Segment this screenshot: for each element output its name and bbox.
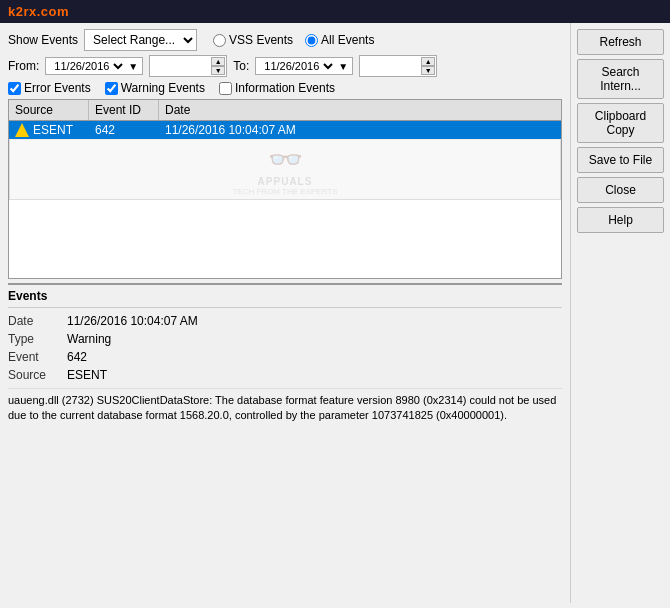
- from-time-spinner: ▲ ▼: [211, 57, 225, 75]
- show-events-label: Show Events: [8, 33, 78, 47]
- from-date-select[interactable]: 11/26/2016: [50, 59, 126, 73]
- left-panel: Show Events Select Range... Last Hour La…: [0, 23, 570, 603]
- appuals-watermark-area: 👓 APPUALS TECH FROM THE EXPERTS: [9, 140, 561, 200]
- to-time-spinner: ▲ ▼: [421, 57, 435, 75]
- event-description: uaueng.dll (2732) SUS20ClientDataStore: …: [8, 388, 562, 424]
- event-details-section: Events Date 11/26/2016 10:04:07 AM Type …: [8, 283, 562, 428]
- to-date-dropdown-arrow: ▼: [338, 61, 348, 72]
- detail-source-value: ESENT: [67, 366, 107, 384]
- detail-date-value: 11/26/2016 10:04:07 AM: [67, 312, 198, 330]
- detail-event-value: 642: [67, 348, 87, 366]
- from-time-down[interactable]: ▼: [211, 66, 225, 75]
- cell-source: ESENT: [9, 121, 89, 139]
- right-panel: Refresh Search Intern... Clipboard Copy …: [570, 23, 670, 603]
- all-events-radio[interactable]: [305, 34, 318, 47]
- refresh-button[interactable]: Refresh: [577, 29, 664, 55]
- to-time-field[interactable]: 6:26:46 A: [361, 59, 421, 73]
- search-internet-button[interactable]: Search Intern...: [577, 59, 664, 99]
- table-header: Source Event ID Date: [9, 100, 561, 121]
- to-time-down[interactable]: ▼: [421, 66, 435, 75]
- detail-date-row: Date 11/26/2016 10:04:07 AM: [8, 312, 562, 330]
- from-time-up[interactable]: ▲: [211, 57, 225, 66]
- all-events-radio-label[interactable]: All Events: [305, 33, 374, 47]
- cell-eventid: 642: [89, 121, 159, 139]
- information-events-checkbox[interactable]: [219, 82, 232, 95]
- col-header-eventid[interactable]: Event ID: [89, 100, 159, 120]
- to-time-up[interactable]: ▲: [421, 57, 435, 66]
- datetime-row: From: 11/26/2016 ▼ 4:57:14 A ▲ ▼ To: 11/…: [8, 55, 562, 77]
- to-label: To:: [233, 59, 249, 73]
- detail-event-row: Event 642: [8, 348, 562, 366]
- clipboard-copy-button[interactable]: Clipboard Copy: [577, 103, 664, 143]
- from-time-field[interactable]: 4:57:14 A: [151, 59, 211, 73]
- to-time-input[interactable]: 6:26:46 A ▲ ▼: [359, 55, 437, 77]
- help-button[interactable]: Help: [577, 207, 664, 233]
- detail-source-label: Source: [8, 366, 63, 384]
- from-date-input[interactable]: 11/26/2016 ▼: [45, 57, 143, 75]
- to-date-input[interactable]: 11/26/2016 ▼: [255, 57, 353, 75]
- vss-events-radio[interactable]: [213, 34, 226, 47]
- detail-type-row: Type Warning: [8, 330, 562, 348]
- warning-events-checkbox-label[interactable]: Warning Events: [105, 81, 205, 95]
- error-events-checkbox[interactable]: [8, 82, 21, 95]
- table-body: ESENT 642 11/26/2016 10:04:07 AM: [9, 121, 561, 140]
- close-button[interactable]: Close: [577, 177, 664, 203]
- error-events-checkbox-label[interactable]: Error Events: [8, 81, 91, 95]
- detail-date-label: Date: [8, 312, 63, 330]
- col-header-date[interactable]: Date: [159, 100, 561, 120]
- warning-events-checkbox[interactable]: [105, 82, 118, 95]
- watermark-bar: k2rx.com: [0, 0, 670, 23]
- save-to-file-button[interactable]: Save to File: [577, 147, 664, 173]
- divider: [8, 307, 562, 308]
- select-range-dropdown[interactable]: Select Range... Last Hour Last Day Last …: [84, 29, 197, 51]
- from-time-input[interactable]: 4:57:14 A ▲ ▼: [149, 55, 227, 77]
- event-details-title: Events: [8, 289, 562, 303]
- events-table-container: Source Event ID Date ESENT 642 11/26/201…: [8, 99, 562, 279]
- detail-source-row: Source ESENT: [8, 366, 562, 384]
- warning-icon: [15, 123, 29, 137]
- vss-events-radio-label[interactable]: VSS Events: [213, 33, 293, 47]
- detail-event-label: Event: [8, 348, 63, 366]
- detail-type-value: Warning: [67, 330, 111, 348]
- table-row[interactable]: ESENT 642 11/26/2016 10:04:07 AM: [9, 121, 561, 140]
- event-type-radio-group: VSS Events All Events: [213, 33, 374, 47]
- cell-date: 11/26/2016 10:04:07 AM: [159, 121, 561, 139]
- col-header-source[interactable]: Source: [9, 100, 89, 120]
- to-date-select[interactable]: 11/26/2016: [260, 59, 336, 73]
- site-name: k2rx.com: [8, 4, 69, 19]
- from-label: From:: [8, 59, 39, 73]
- from-date-dropdown-arrow: ▼: [128, 61, 138, 72]
- controls-row-1: Show Events Select Range... Last Hour La…: [8, 29, 562, 51]
- information-events-checkbox-label[interactable]: Information Events: [219, 81, 335, 95]
- checkbox-row: Error Events Warning Events Information …: [8, 81, 562, 95]
- detail-type-label: Type: [8, 330, 63, 348]
